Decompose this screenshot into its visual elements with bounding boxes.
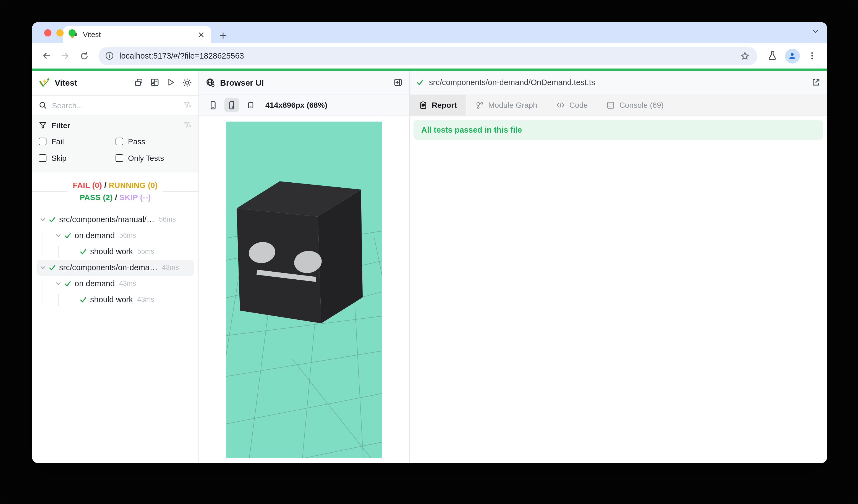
search-input[interactable]: Search... [52, 101, 178, 110]
pass-check-icon [80, 248, 87, 255]
filter-checkbox-only-tests[interactable]: Only Tests [115, 149, 192, 166]
checkbox[interactable] [115, 137, 123, 145]
chevron-down-icon[interactable] [55, 232, 61, 239]
search-bar[interactable]: Search... [32, 95, 198, 116]
console-icon [607, 101, 615, 109]
test-label: src/components/manual/… [59, 215, 155, 224]
report-icon [419, 101, 427, 109]
site-info-icon[interactable] [105, 51, 114, 60]
desktop: Vitest [0, 0, 858, 504]
report-tabs: Report Module Graph Code Console (69) [410, 95, 827, 116]
browser-menu-icon[interactable] [804, 48, 821, 64]
viewport-size-label[interactable]: 414x896px (68%) [265, 101, 327, 110]
device-toolbar: 414x896px (68%) [199, 95, 409, 116]
report-header: src/components/on-demand/OnDemand.test.t… [410, 70, 827, 95]
new-tab-button[interactable] [219, 32, 227, 40]
test-duration: 43ms [137, 296, 154, 304]
tab-title: Vitest [83, 30, 193, 39]
open-external-icon[interactable] [812, 78, 821, 87]
forward-button[interactable] [58, 48, 73, 64]
url-bar[interactable]: localhost:5173/#/?file=1828625563 [98, 47, 757, 65]
dock-panel-icon[interactable] [134, 78, 143, 87]
tab-search-icon[interactable] [812, 28, 819, 35]
vitest-accent-line [32, 68, 827, 70]
clear-filter-icon[interactable] [184, 101, 192, 110]
window-controls[interactable] [44, 29, 76, 36]
checkbox[interactable] [39, 154, 46, 162]
tab-console[interactable]: Console (69) [597, 95, 673, 115]
summary-line-2: PASS (2) / SKIP (--) [73, 191, 158, 203]
chevron-down-icon[interactable] [40, 216, 46, 223]
report-content: All tests passed in this file [410, 116, 827, 463]
tree-guide-line [43, 278, 43, 305]
pass-check-icon [80, 296, 87, 303]
sidebar-header: Vitest [32, 70, 198, 95]
reload-button[interactable] [76, 48, 92, 64]
browser-toolbar: localhost:5173/#/?file=1828625563 [32, 43, 827, 68]
test-tree-row[interactable]: src/components/on-dema… 43ms [36, 259, 194, 276]
file-pass-check-icon [416, 79, 424, 86]
filter-funnel-icon [39, 121, 47, 129]
filter-checkbox-fail[interactable]: Fail [39, 133, 115, 149]
minimize-window-button[interactable] [57, 29, 64, 36]
device-tablet-button[interactable] [243, 98, 258, 112]
collapse-panel-icon[interactable] [394, 78, 402, 87]
tree-guide-line [58, 294, 59, 305]
checkbox[interactable] [39, 137, 46, 145]
bookmark-star-icon[interactable] [736, 51, 754, 61]
test-tree-row[interactable]: on demand 56ms [36, 227, 194, 243]
sidebar: Vitest Search... Fil [32, 70, 199, 463]
browser-tab[interactable]: Vitest [63, 26, 211, 43]
back-button[interactable] [39, 48, 54, 64]
summary-line-1: FAIL (0) / RUNNING (0) [73, 179, 158, 191]
dashboard-icon[interactable] [150, 78, 159, 87]
filter-panel: Filter Fail Pass Skip Only Tests [32, 116, 198, 172]
chevron-down-icon[interactable] [55, 280, 61, 287]
vitest-ui: Vitest Search... Fil [32, 70, 827, 463]
tab-module-graph[interactable]: Module Graph [466, 95, 546, 115]
pass-check-icon [64, 232, 71, 239]
tree-guide-line [58, 246, 59, 257]
filter-clear-icon[interactable] [184, 121, 192, 129]
profile-avatar[interactable] [784, 48, 800, 64]
tester-viewport [199, 116, 409, 463]
globe-icon [206, 78, 215, 87]
filter-checkbox-skip[interactable]: Skip [39, 149, 115, 166]
tab-code[interactable]: Code [547, 95, 597, 115]
tab-report[interactable]: Report [410, 95, 466, 115]
test-duration: 43ms [162, 264, 179, 271]
run-all-play-icon[interactable] [166, 78, 175, 87]
code-icon [556, 101, 565, 110]
device-phone-button[interactable] [206, 98, 220, 112]
close-window-button[interactable] [44, 29, 51, 36]
test-scene-canvas[interactable] [226, 121, 382, 458]
browser-window: Vitest [32, 22, 827, 463]
test-tree-row[interactable]: should work 55ms [36, 243, 194, 259]
test-label: on demand [75, 279, 115, 288]
all-passed-banner: All tests passed in this file [414, 120, 823, 140]
filter-checkbox-pass[interactable]: Pass [115, 133, 192, 149]
device-phone-rotate-button[interactable] [224, 98, 239, 112]
vitest-logo [39, 77, 50, 88]
test-label: should work [90, 295, 133, 304]
app-title: Vitest [55, 78, 77, 87]
maximize-window-button[interactable] [68, 29, 76, 36]
test-label: src/components/on-dema… [59, 263, 158, 272]
chevron-down-icon[interactable] [40, 264, 46, 271]
theme-sun-icon[interactable] [182, 78, 192, 87]
test-tree-row[interactable]: should work 43ms [36, 292, 194, 308]
test-tree-row[interactable]: on demand 43ms [36, 276, 194, 292]
cube-head [237, 181, 363, 323]
test-duration: 43ms [119, 280, 136, 287]
checkbox[interactable] [115, 154, 123, 162]
tree-guide-line [43, 230, 43, 257]
test-label: should work [90, 247, 133, 256]
pass-check-icon [49, 216, 56, 223]
browser-ui-header: Browser UI [199, 70, 409, 95]
tab-strip: Vitest [32, 22, 827, 43]
test-tree-row[interactable]: src/components/manual/… 56ms [36, 211, 194, 227]
pass-check-icon [49, 264, 56, 271]
url-text[interactable]: localhost:5173/#/?file=1828625563 [120, 51, 730, 60]
tab-close-icon[interactable] [198, 31, 205, 38]
experiments-flask-icon[interactable] [764, 48, 781, 64]
